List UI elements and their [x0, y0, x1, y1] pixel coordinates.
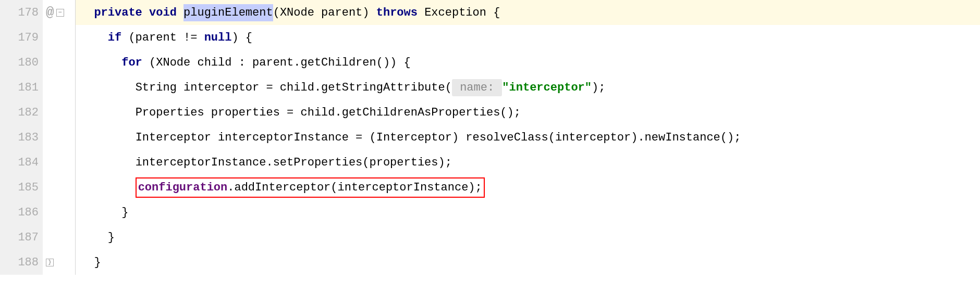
highlighted-box: configuration.addInterceptor(interceptor… — [136, 177, 485, 198]
code-text: .addInterceptor(interceptorInstance); — [227, 181, 482, 194]
line-number-gutter: 178 179 180 181 182 183 184 185 186 187 … — [0, 0, 43, 275]
code-line[interactable]: if (parent != null) { — [75, 25, 980, 50]
code-text: Interceptor interceptorInstance = (Inter… — [136, 129, 741, 146]
line-number: 179 — [8, 25, 39, 50]
code-text: } — [94, 254, 101, 271]
line-number: 186 — [8, 200, 39, 225]
keyword-throws: throws — [376, 4, 418, 21]
code-line[interactable]: } — [75, 250, 980, 275]
code-text: Properties properties = child.getChildre… — [136, 104, 521, 121]
code-text: } — [108, 229, 115, 246]
line-number: 185 — [8, 175, 39, 200]
code-text: (parent != — [121, 29, 204, 46]
code-line[interactable]: interceptorInstance.setProperties(proper… — [75, 150, 980, 175]
code-text: ) { — [231, 29, 252, 46]
keyword-private: private — [94, 4, 142, 21]
code-line[interactable]: configuration.addInterceptor(interceptor… — [75, 175, 980, 200]
code-line[interactable]: } — [75, 200, 980, 225]
code-text: ); — [592, 79, 605, 96]
code-line[interactable]: Interceptor interceptorInstance = (Inter… — [75, 125, 980, 150]
line-number: 184 — [8, 150, 39, 175]
param-hint: name: — [452, 79, 502, 96]
code-text: } — [121, 204, 128, 221]
line-number: 180 — [8, 50, 39, 75]
code-line[interactable]: String interceptor = child.getStringAttr… — [75, 75, 980, 100]
code-line[interactable]: private void pluginElement(XNode parent)… — [75, 0, 980, 25]
string-literal: "interceptor" — [502, 79, 592, 96]
line-number: 182 — [8, 100, 39, 125]
field-reference: configuration — [138, 181, 228, 194]
code-text: (XNode child : parent.getChildren()) { — [142, 54, 411, 71]
code-line[interactable]: Properties properties = child.getChildre… — [75, 100, 980, 125]
keyword-if: if — [108, 29, 121, 46]
line-number: 178 — [8, 0, 39, 25]
line-number: 187 — [8, 225, 39, 250]
keyword-void: void — [149, 4, 177, 21]
inspection-icon[interactable]: @ — [46, 3, 54, 23]
fold-marker-gutter: @ − } — [43, 0, 75, 275]
gutter-separator — [75, 0, 76, 275]
line-number: 183 — [8, 125, 39, 150]
method-name-selected: pluginElement — [183, 4, 273, 21]
code-line[interactable]: for (XNode child : parent.getChildren())… — [75, 50, 980, 75]
code-text: Exception { — [418, 4, 500, 21]
line-number: 181 — [8, 75, 39, 100]
keyword-null: null — [204, 29, 232, 46]
fold-end-icon[interactable]: } — [46, 259, 54, 266]
code-text: (XNode parent) — [273, 4, 376, 21]
code-text: interceptorInstance.setProperties(proper… — [136, 154, 452, 171]
line-number: 188 — [8, 250, 39, 275]
fold-collapse-icon[interactable]: − — [56, 9, 64, 17]
code-line[interactable]: } — [75, 225, 980, 250]
code-editor[interactable]: private void pluginElement(XNode parent)… — [75, 0, 980, 275]
keyword-for: for — [121, 54, 142, 71]
code-text: String interceptor = child.getStringAttr… — [136, 79, 452, 96]
